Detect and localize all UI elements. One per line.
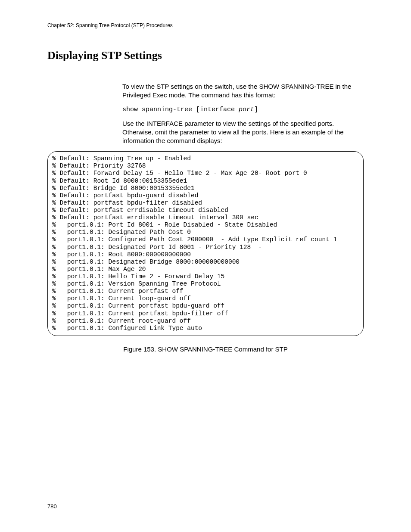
body-column: To view the STP settings on the switch, … <box>122 82 364 145</box>
page: Chapter 52: Spanning Tree Protocol (STP)… <box>0 0 411 532</box>
page-number: 780 <box>47 503 57 510</box>
syntax-port-param: port <box>239 106 254 113</box>
syntax-text: show spanning-tree [interface <box>122 106 239 113</box>
figure-caption: Figure 153. SHOW SPANNING-TREE Command f… <box>47 345 364 353</box>
intro-paragraph-1: To view the STP settings on the switch, … <box>122 82 364 100</box>
command-syntax: show spanning-tree [interface port] <box>122 106 364 113</box>
command-output-box: % Default: Spanning Tree up - Enabled % … <box>47 151 364 336</box>
section-title: Displaying STP Settings <box>47 49 364 64</box>
syntax-tail: ] <box>254 106 258 113</box>
running-head: Chapter 52: Spanning Tree Protocol (STP)… <box>47 22 364 28</box>
intro-paragraph-2: Use the INTERFACE parameter to view the … <box>122 119 364 146</box>
